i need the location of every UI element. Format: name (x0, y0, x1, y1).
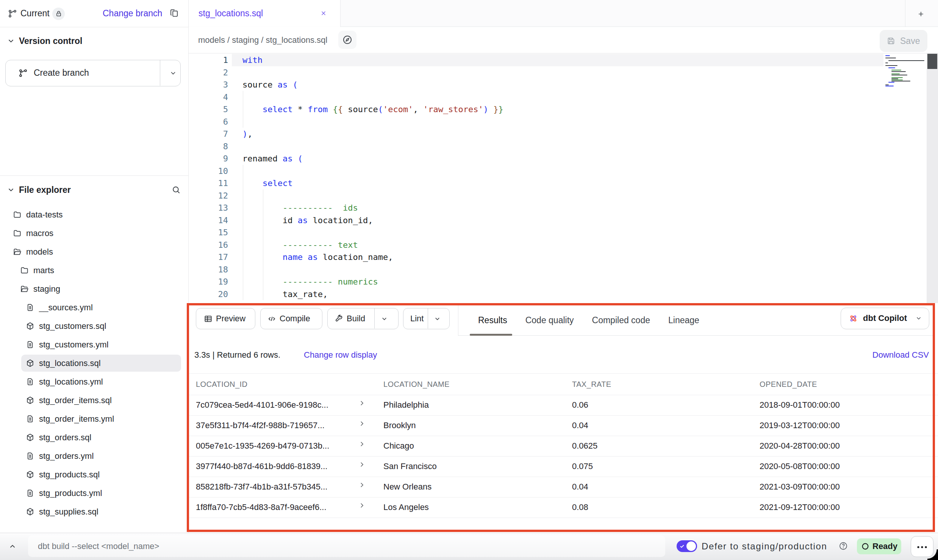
create-branch-dropdown[interactable] (169, 69, 177, 77)
file-tree-item--sources-yml[interactable]: __sources.yml (0, 298, 188, 317)
panel-tab-compiled-code[interactable]: Compiled code (592, 315, 650, 325)
check-icon (679, 543, 685, 549)
expand-row-chevron-icon[interactable] (358, 461, 365, 468)
file-tree-item-stg-locations-yml[interactable]: stg_locations.yml (0, 372, 188, 391)
model-icon (26, 322, 34, 330)
file-tree-item-stg-customers-yml[interactable]: stg_customers.yml (0, 335, 188, 354)
line-number: 5 (189, 103, 228, 116)
file-name: stg_customers.yml (39, 335, 108, 354)
dbt-copilot-button[interactable]: dbt Copilot (841, 308, 929, 329)
breadcrumb: models / staging / stg_locations.sql (198, 27, 327, 53)
file-name: data-tests (26, 205, 63, 224)
file-name: macros (26, 224, 53, 242)
minimap-line (885, 84, 889, 85)
line-number: 13 (189, 202, 228, 214)
model-icon (26, 396, 34, 405)
compass-button[interactable] (338, 31, 356, 49)
file-tree-item-models[interactable]: models (0, 242, 188, 261)
panel-tab-results[interactable]: Results (478, 315, 507, 325)
build-dropdown-chevron[interactable] (381, 315, 388, 322)
file-tree-item-marts[interactable]: marts (0, 261, 188, 280)
code-line-11: select (242, 177, 292, 189)
column-header-location_id[interactable]: LOCATION_ID (196, 374, 247, 395)
save-button[interactable]: Save (880, 30, 927, 52)
minimap-line (891, 75, 907, 75)
file-tree-item-stg-orders-yml[interactable]: stg_orders.yml (0, 447, 188, 465)
file-name: __sources.yml (39, 298, 93, 317)
file-name: stg_supplies.sql (39, 502, 98, 521)
panel-tab-code-quality[interactable]: Code quality (525, 315, 574, 325)
file-tree-item-staging[interactable]: staging (0, 280, 188, 298)
tab-title[interactable]: stg_locations.sql (199, 0, 263, 27)
code-line-9: renamed as ( (242, 152, 303, 165)
column-header-opened_date[interactable]: OPENED_DATE (760, 374, 817, 395)
lint-button[interactable]: Lint (403, 308, 450, 329)
defer-label: Defer to staging/production (702, 533, 827, 560)
column-header-location_name[interactable]: LOCATION_NAME (383, 374, 450, 395)
version-control-chevron-icon[interactable] (7, 37, 15, 45)
new-tab-plus-icon[interactable] (917, 10, 925, 18)
cell: 0.0625 (572, 436, 597, 456)
editor-scrollbar-track[interactable] (927, 53, 938, 303)
file-tree-item-stg-products-sql[interactable]: stg_products.sql (0, 465, 188, 484)
expand-row-chevron-icon[interactable] (358, 400, 365, 407)
compile-button[interactable]: Compile (260, 308, 322, 329)
file-tree-item-stg-order-items-sql[interactable]: stg_order_items.sql (0, 391, 188, 410)
panel-tab-lineage[interactable]: Lineage (668, 315, 699, 325)
code-line-14: id as location_id, (242, 214, 373, 227)
cell: Philadelphia (383, 395, 429, 415)
copy-icon[interactable] (169, 8, 179, 18)
create-branch-split-divider (160, 60, 160, 86)
cell: 37e5f311-b7f4-4f2f-988b-719657... (196, 415, 325, 436)
file-tree-item-stg-supplies-sql[interactable]: stg_supplies.sql (0, 502, 188, 521)
close-icon[interactable] (320, 10, 327, 17)
editor-scrollbar-thumb[interactable] (927, 54, 937, 69)
preview-label: Preview (216, 308, 245, 328)
expand-row-chevron-icon[interactable] (358, 502, 365, 509)
file-tree-item-stg-products-yml[interactable]: stg_products.yml (0, 484, 188, 502)
file-tree-item-macros[interactable]: macros (0, 224, 188, 242)
create-branch-button[interactable]: Create branch (5, 60, 181, 86)
cell: 2020-04-28T00:00:00 (760, 436, 840, 456)
change-branch-link[interactable]: Change branch (103, 0, 162, 27)
search-icon[interactable] (171, 185, 181, 195)
line-number: 11 (189, 177, 228, 189)
lint-dropdown-chevron[interactable] (434, 315, 441, 322)
file-tree-item-stg-orders-sql[interactable]: stg_orders.sql (0, 428, 188, 447)
help-question-icon[interactable] (839, 541, 848, 551)
chevron-up-icon[interactable] (8, 542, 17, 551)
model-icon (26, 507, 34, 516)
expand-row-chevron-icon[interactable] (358, 441, 365, 447)
model-icon (26, 470, 34, 479)
compile-label: Compile (280, 308, 310, 328)
file-name: stg_products.yml (39, 484, 102, 502)
command-input[interactable]: dbt build --select <model_name> (28, 535, 665, 557)
copilot-dropdown-chevron[interactable] (915, 315, 922, 322)
cell: 0.04 (572, 415, 588, 436)
file-explorer-chevron-icon[interactable] (7, 186, 15, 194)
change-row-display-link[interactable]: Change row display (304, 345, 377, 365)
line-number: 1 (189, 54, 228, 66)
file-tree-item-data-tests[interactable]: data-tests (0, 205, 188, 224)
preview-button[interactable]: Preview (196, 308, 255, 329)
build-button[interactable]: Build (327, 308, 399, 329)
panel-tabs: ResultsCode qualityCompiled codeLineage (478, 305, 699, 335)
line-number: 15 (189, 226, 228, 239)
file-name: stg_order_items.yml (39, 410, 114, 428)
preview-table-icon (204, 314, 213, 323)
create-branch-label: Create branch (34, 60, 89, 86)
file-name: stg_locations.sql (39, 354, 101, 372)
current-branch-label: Current (20, 0, 50, 27)
ready-status-badge[interactable]: Ready (857, 538, 901, 554)
file-icon (26, 303, 34, 312)
defer-toggle[interactable] (677, 540, 697, 552)
column-header-tax_rate[interactable]: TAX_RATE (572, 374, 611, 395)
table-top-border (189, 373, 938, 374)
expand-row-chevron-icon[interactable] (358, 482, 365, 488)
file-tree-item-stg-locations-sql[interactable]: stg_locations.sql (0, 354, 188, 372)
file-tree-item-stg-order-items-yml[interactable]: stg_order_items.yml (0, 410, 188, 428)
line-number: 17 (189, 251, 228, 263)
download-csv-link[interactable]: Download CSV (853, 345, 929, 365)
expand-row-chevron-icon[interactable] (358, 420, 365, 427)
file-tree-item-stg-customers-sql[interactable]: stg_customers.sql (0, 317, 188, 335)
